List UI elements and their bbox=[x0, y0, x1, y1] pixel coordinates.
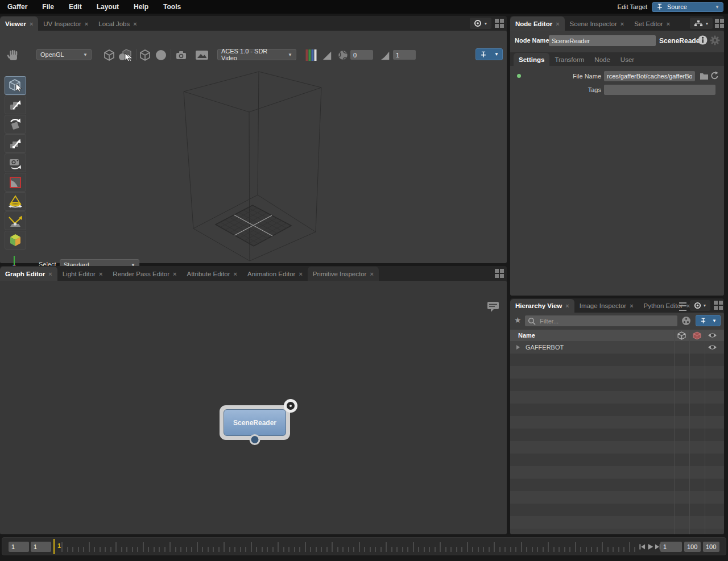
menu-layout[interactable]: Layout bbox=[89, 0, 126, 14]
tab-node-editor[interactable]: Node Editor× bbox=[510, 16, 565, 31]
render-view-button[interactable] bbox=[194, 48, 210, 62]
tab-set-editor[interactable]: Set Editor× bbox=[629, 16, 675, 31]
shading-sphere-button[interactable] bbox=[154, 48, 168, 62]
viewer-pin-dropdown[interactable]: ▼ bbox=[475, 48, 503, 60]
close-icon[interactable]: × bbox=[630, 302, 633, 309]
viewer-target-dropdown[interactable]: ▼ bbox=[470, 18, 491, 29]
hierarchy-target-dropdown[interactable]: ▼ bbox=[690, 300, 710, 311]
tab-light-editor[interactable]: Light Editor× bbox=[57, 267, 108, 281]
tags-field[interactable] bbox=[604, 85, 715, 95]
scale-tool[interactable] bbox=[5, 134, 26, 153]
close-icon[interactable]: × bbox=[99, 271, 102, 277]
timeline-current-field[interactable] bbox=[31, 542, 51, 552]
light-tool[interactable] bbox=[5, 192, 26, 211]
visibility-eye-icon[interactable] bbox=[708, 332, 717, 339]
timeline-range-end-field[interactable] bbox=[684, 542, 701, 552]
aperture-button[interactable] bbox=[337, 49, 349, 61]
close-icon[interactable]: × bbox=[234, 271, 237, 277]
edit-target-dropdown[interactable]: Source ▼ bbox=[652, 2, 723, 12]
timeline-start-field[interactable] bbox=[9, 542, 29, 552]
timeline-end-field[interactable] bbox=[703, 542, 719, 552]
close-icon[interactable]: × bbox=[48, 271, 52, 277]
translate-tool[interactable] bbox=[5, 95, 26, 114]
shading-cube-button[interactable] bbox=[138, 48, 152, 62]
exclude-cube-icon[interactable] bbox=[693, 331, 701, 340]
close-icon[interactable]: × bbox=[30, 20, 33, 27]
node-output-port[interactable] bbox=[250, 434, 260, 445]
gamma-button[interactable] bbox=[379, 49, 391, 62]
drawing-mode-button[interactable] bbox=[102, 48, 116, 62]
close-icon[interactable]: × bbox=[173, 271, 176, 277]
pan-tool-button[interactable] bbox=[5, 48, 22, 63]
exposure-field[interactable] bbox=[350, 50, 373, 60]
menu-gaffer[interactable]: Gaffer bbox=[0, 0, 35, 14]
folder-icon[interactable] bbox=[700, 72, 709, 80]
tab-user[interactable]: User bbox=[615, 53, 639, 66]
channels-button[interactable] bbox=[305, 49, 317, 61]
gamma-field[interactable] bbox=[393, 50, 416, 60]
tab-animation-editor[interactable]: Animation Editor× bbox=[242, 267, 308, 281]
hamburger-icon[interactable] bbox=[679, 302, 686, 311]
tab-render-pass-editor[interactable]: Render Pass Editor× bbox=[107, 267, 181, 281]
skip-to-start-icon[interactable] bbox=[639, 543, 646, 550]
menu-help[interactable]: Help bbox=[126, 0, 156, 14]
tab-local-jobs[interactable]: Local Jobs× bbox=[93, 16, 142, 31]
refresh-icon[interactable] bbox=[710, 71, 719, 80]
gear-icon[interactable] bbox=[710, 35, 720, 45]
play-icon[interactable] bbox=[647, 543, 654, 550]
graph-editor-body[interactable]: SceneReader bbox=[0, 281, 507, 534]
select-tool[interactable] bbox=[5, 76, 26, 95]
close-icon[interactable]: × bbox=[299, 271, 302, 277]
tab-graph-editor[interactable]: Graph Editor× bbox=[0, 267, 57, 281]
light-position-tool[interactable] bbox=[5, 211, 26, 230]
close-icon[interactable]: × bbox=[85, 20, 88, 27]
menu-tools[interactable]: Tools bbox=[156, 0, 188, 14]
close-icon[interactable]: × bbox=[133, 20, 136, 27]
tab-hierarchy-view[interactable]: Hierarchy View× bbox=[510, 299, 574, 313]
display-transform-dropdown[interactable]: ACES 1.0 - SDR Video▼ bbox=[217, 49, 296, 60]
layout-grid-icon[interactable] bbox=[495, 19, 504, 28]
follow-node-dropdown[interactable]: ▼ bbox=[690, 18, 713, 29]
close-icon[interactable]: × bbox=[565, 302, 569, 309]
tab-attribute-editor[interactable]: Attribute Editor× bbox=[182, 267, 243, 281]
close-icon[interactable]: × bbox=[556, 20, 559, 27]
frame-ruler[interactable] bbox=[61, 539, 637, 554]
file-name-field[interactable] bbox=[604, 71, 695, 81]
scene-cube-icon[interactable] bbox=[677, 331, 686, 340]
expander-icon[interactable] bbox=[516, 345, 520, 350]
layout-grid-icon[interactable] bbox=[495, 269, 504, 278]
bookmarks-star-icon[interactable]: ★ bbox=[514, 315, 522, 325]
tab-transform[interactable]: Transform bbox=[549, 53, 589, 66]
layout-grid-icon[interactable] bbox=[715, 19, 724, 28]
timeline-frame-field[interactable] bbox=[660, 542, 682, 552]
tab-image-inspector[interactable]: Image Inspector× bbox=[574, 299, 639, 313]
tab-viewer[interactable]: Viewer× bbox=[0, 16, 38, 31]
hierarchy-pin-dropdown[interactable]: ▼ bbox=[696, 315, 721, 326]
tab-node[interactable]: Node bbox=[589, 53, 615, 66]
layout-grid-icon[interactable] bbox=[714, 301, 723, 310]
playhead[interactable] bbox=[53, 539, 55, 554]
camera-tool[interactable] bbox=[5, 153, 26, 172]
scene-reader-node[interactable]: SceneReader bbox=[220, 405, 290, 440]
tab-uv-inspector[interactable]: UV Inspector× bbox=[38, 16, 93, 31]
annotation-icon[interactable] bbox=[487, 301, 499, 313]
node-name-field[interactable] bbox=[549, 35, 656, 46]
info-icon[interactable] bbox=[698, 35, 708, 45]
renderer-dropdown[interactable]: OpenGL▼ bbox=[36, 49, 92, 60]
camera-settings-button[interactable] bbox=[173, 48, 189, 62]
name-column-header[interactable]: Name bbox=[518, 332, 535, 339]
tab-settings[interactable]: Settings bbox=[514, 53, 549, 66]
exposure-button[interactable] bbox=[321, 49, 333, 62]
menu-file[interactable]: File bbox=[35, 0, 61, 14]
close-icon[interactable]: × bbox=[621, 20, 624, 27]
rotate-tool[interactable] bbox=[5, 115, 26, 134]
tab-primitive-inspector[interactable]: Primitive Inspector× bbox=[308, 267, 379, 281]
close-icon[interactable]: × bbox=[667, 20, 670, 27]
crop-window-tool[interactable] bbox=[5, 173, 26, 192]
set-filter-icon[interactable] bbox=[681, 316, 691, 326]
table-row-gafferbot[interactable]: GAFFERBOT bbox=[510, 341, 724, 354]
eye-icon[interactable] bbox=[708, 344, 717, 351]
focus-indicator[interactable] bbox=[284, 399, 297, 413]
tab-scene-inspector[interactable]: Scene Inspector× bbox=[565, 16, 630, 31]
filter-input[interactable] bbox=[525, 315, 677, 326]
